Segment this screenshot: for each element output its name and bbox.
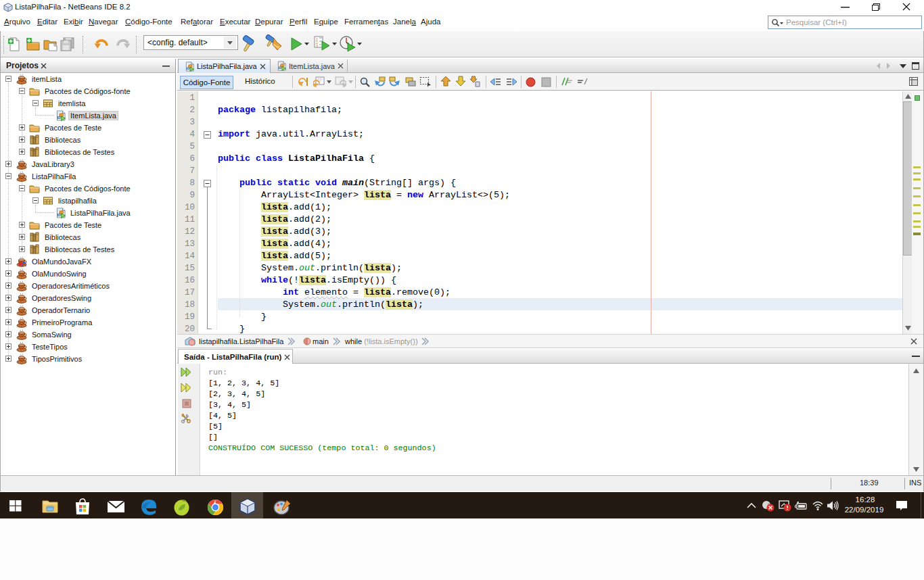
svg-text:3: 3 <box>316 44 318 48</box>
svg-text:FX: FX <box>22 261 26 267</box>
